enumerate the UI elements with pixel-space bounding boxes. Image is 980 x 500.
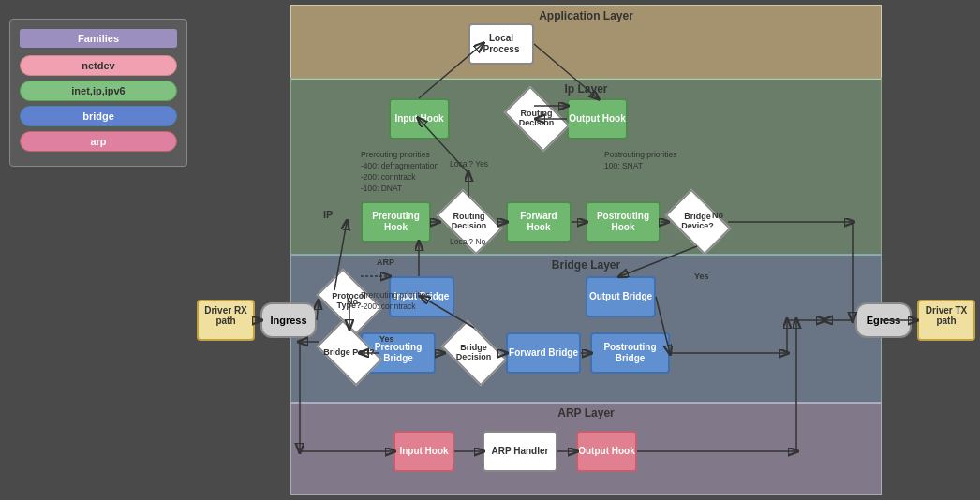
egress-box: Egress [855,302,912,338]
bridge-device-container: BridgeDevice? [667,197,728,247]
arp-layer-label: ARP Layer [557,406,614,419]
arp-handler-box: ARP Handler [483,431,557,472]
bridge-device-label: BridgeDevice? [670,213,726,231]
protocol-type-container: Protocol Type? [319,276,379,327]
routing-decision-ip-label: Routing Decision [511,110,562,128]
legend-bridge: bridge [20,106,177,126]
legend-panel: Families netdev inet,ip,ipv6 bridge arp [9,19,187,167]
bridge-layer-label: Bridge Layer [552,258,620,272]
ip-label: IP [323,209,333,220]
forward-bridge-box: Forward Bridge [506,332,581,374]
bridge-port-label: Bridge Port? [321,348,378,358]
prerouting-priorities-annotation: Prerouting priorities -400: defragmentat… [361,150,438,195]
driver-tx-box: Driver TX path [917,300,975,341]
protocol-type-label: Protocol Type? [321,292,378,311]
postrouting-bridge-box: Postrouting Bridge [590,332,670,374]
ip-layer-label: Ip Layer [564,82,607,96]
legend-title: Families [20,29,177,48]
local-yes-label: Local? Yes [450,159,488,169]
legend-inet: inet,ip,ipv6 [20,81,177,101]
bridge-decision-container: Bridge Decision [443,328,504,378]
postrouting-hook-box: Postrouting Hook [586,201,661,243]
routing-decision-ip-container: Routing Decision [506,94,567,144]
app-layer-label: Application Layer [539,9,633,22]
local-no-label: Local? No [450,237,485,246]
diagram: Application Layer Ip Layer Bridge Layer … [197,5,975,495]
bridge-port-container: Bridge Port? [319,328,379,378]
local-process-box: Local Process [468,23,534,65]
bridge-decision-label: Bridge Decision [446,344,502,362]
yes-bridge-label: Yes [694,272,709,281]
output-bridge-box: Output Bridge [586,276,656,317]
arp-input-hook-box: Input Hook [393,431,454,472]
legend-netdev: netdev [20,55,177,76]
driver-rx-box: Driver RX path [197,300,255,341]
prerouting-hook-box: Prerouting Hook [361,201,431,243]
yes-port-label: Yes [379,334,394,344]
input-hook-box: Input Hook [389,98,450,140]
output-hook-box: Output Hook [567,98,628,140]
arp-label: ARP [377,257,394,267]
ingress-box: Ingress [260,302,317,338]
layer-app: Application Layer [290,5,882,80]
postrouting-priorities-annotation: Postrouting priorities 100: SNAT [604,150,676,172]
arp-output-hook-box: Output Hook [576,431,637,472]
forward-hook-box: Forward Hook [506,201,572,243]
routing-decision-pre-label: Routing Decision [441,213,497,231]
legend-arp: arp [20,131,177,152]
